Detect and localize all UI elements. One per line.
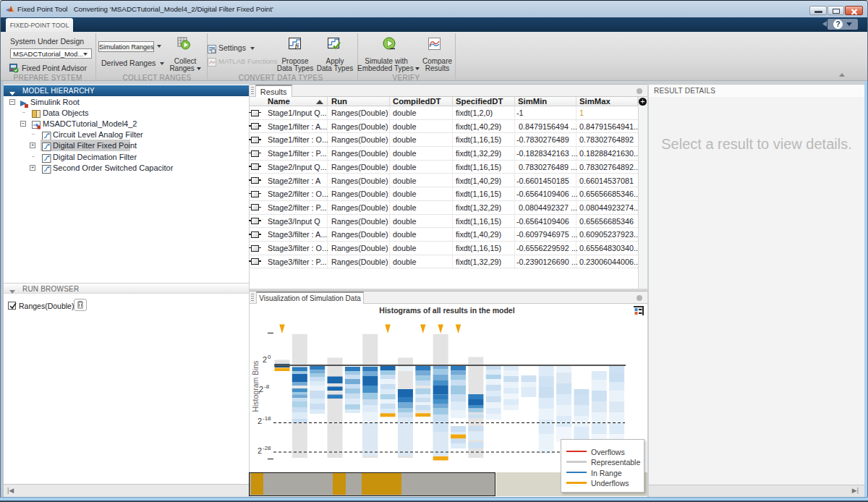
svg-text:-28: -28 <box>263 445 271 451</box>
svg-text:2: 2 <box>259 385 263 393</box>
svg-text:2: 2 <box>263 355 267 364</box>
svg-text:fi: fi <box>295 43 299 49</box>
svg-text:0: 0 <box>268 354 271 360</box>
svg-text:2: 2 <box>258 417 262 425</box>
svg-text:2: 2 <box>258 446 262 455</box>
svg-text:-18: -18 <box>263 415 271 422</box>
svg-text:-8: -8 <box>264 383 270 390</box>
